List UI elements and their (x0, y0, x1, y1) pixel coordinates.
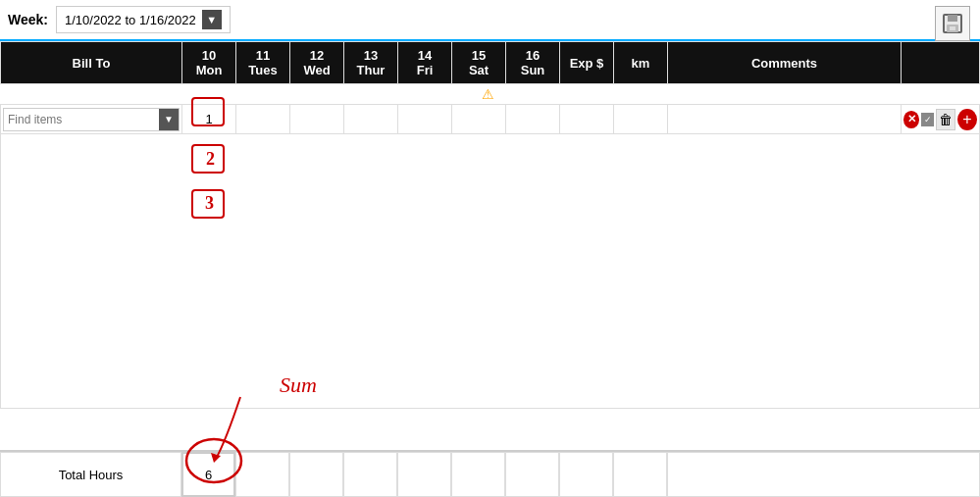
tues-input-1[interactable] (238, 112, 287, 126)
total-sat (451, 452, 505, 497)
week-label: Week: (8, 12, 48, 27)
column-headers: Bill To 10 Mon 11 Tues 12 Wed (1, 42, 980, 84)
action-cell-1: ✕ ✓ 🗑 + (902, 105, 980, 134)
total-tues (235, 452, 289, 497)
tues-cell-1 (236, 105, 290, 134)
find-items-container: ▼ (3, 108, 180, 131)
table-row: ▼ (1, 105, 980, 134)
thur-cell-1 (344, 105, 398, 134)
sat-input-1[interactable] (454, 112, 503, 126)
warning-row: ⚠ (1, 84, 980, 105)
total-fri (397, 452, 451, 497)
total-comments-spacer (667, 452, 980, 497)
week-value: 1/10/2022 to 1/16/2022 (65, 13, 196, 27)
svg-rect-1 (948, 15, 957, 22)
tues-header: 11 Tues (236, 42, 290, 84)
exp-header: Exp $ (560, 42, 614, 84)
week-dropdown-arrow-icon[interactable]: ▼ (202, 10, 222, 29)
remove-row-button[interactable]: ✕ (903, 111, 919, 128)
mon-header: 10 Mon (182, 42, 236, 84)
action-buttons-1: ✕ ✓ 🗑 + (903, 109, 977, 130)
comments-cell-1 (668, 105, 902, 134)
warning-icon: ⚠ (482, 86, 494, 102)
fri-input-1[interactable] (400, 112, 449, 126)
comments-header: Comments (668, 42, 902, 84)
bill-to-header: Bill To (1, 42, 182, 84)
exp-cell-1 (560, 105, 614, 134)
empty-area (0, 134, 980, 409)
total-hours-label: Total Hours (0, 452, 181, 497)
total-mon: 6 (181, 452, 235, 497)
svg-rect-3 (950, 26, 955, 30)
exp-input-1[interactable] (562, 112, 611, 126)
sat-header: 15 Sat (452, 42, 506, 84)
km-input-1[interactable] (616, 112, 665, 126)
total-exp (559, 452, 613, 497)
bill-to-cell: ▼ (1, 105, 182, 134)
sun-cell-1 (506, 105, 560, 134)
fri-cell-1 (398, 105, 452, 134)
sat-cell-1 (452, 105, 506, 134)
timesheet-table: Bill To 10 Mon 11 Tues 12 Wed (0, 41, 980, 134)
mon-cell-1 (182, 105, 236, 134)
thur-header: 13 Thur (344, 42, 398, 84)
sun-input-1[interactable] (508, 112, 557, 126)
total-wed (289, 452, 343, 497)
wed-cell-1 (290, 105, 344, 134)
wed-input-1[interactable] (292, 112, 341, 126)
comments-input-1[interactable] (670, 112, 899, 126)
week-dropdown[interactable]: 1/10/2022 to 1/16/2022 ▼ (56, 6, 231, 33)
delete-button[interactable]: 🗑 (936, 109, 955, 130)
add-row-button[interactable]: + (957, 109, 977, 130)
total-km (613, 452, 667, 497)
fri-header: 14 Fri (398, 42, 452, 84)
mon-input-1[interactable] (184, 112, 233, 126)
km-cell-1 (614, 105, 668, 134)
wed-header: 12 Wed (290, 42, 344, 84)
find-items-input[interactable] (4, 109, 159, 130)
total-thur (343, 452, 397, 497)
top-bar: Week: 1/10/2022 to 1/16/2022 ▼ (0, 0, 980, 41)
check-button[interactable]: ✓ (921, 113, 934, 126)
total-row: Total Hours 6 (0, 450, 980, 497)
total-sun (505, 452, 559, 497)
km-header: km (614, 42, 668, 84)
sun-header: 16 Sun (506, 42, 560, 84)
find-items-dropdown-button[interactable]: ▼ (159, 109, 179, 130)
save-button[interactable] (935, 6, 970, 41)
actions-header (902, 42, 980, 84)
thur-input-1[interactable] (346, 112, 395, 126)
